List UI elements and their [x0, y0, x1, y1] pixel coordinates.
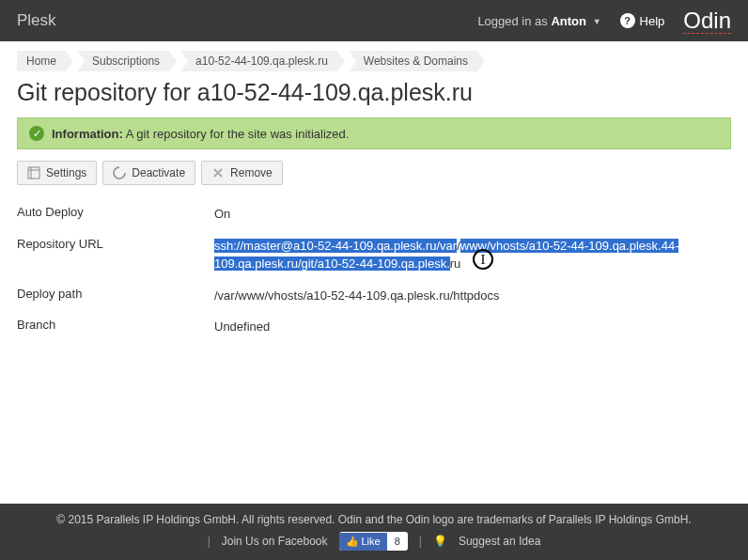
join-facebook-link[interactable]: Join Us on Facebook [222, 535, 328, 548]
help-link[interactable]: ? Help [620, 13, 665, 28]
footer-copyright: © 2015 Parallels IP Holdings GmbH. All r… [8, 513, 740, 526]
login-user: Anton [551, 14, 586, 28]
repo-url-selected-4: 109.qa.plesk.ru/git/a10-52-44-109.qa.ple… [214, 257, 450, 271]
branch-val: Undefined [214, 318, 731, 336]
like-count: 8 [387, 533, 408, 550]
like-label: Like [362, 536, 381, 547]
breadcrumb: Home Subscriptions a10-52-44-109.qa.ples… [0, 41, 748, 77]
crumb-home[interactable]: Home [17, 51, 66, 71]
branch-key: Branch [17, 318, 214, 332]
info-label: Information: [52, 127, 123, 141]
login-status[interactable]: Logged in as Anton ▼ [477, 14, 600, 28]
help-label: Help [640, 14, 665, 28]
thumb-icon: 👍 [346, 536, 359, 548]
repo-url-key: Repository URL [17, 237, 214, 251]
deploy-path-val: /var/www/vhosts/a10-52-44-109.qa.plesk.r… [214, 287, 731, 305]
suggest-idea-link[interactable]: Suggest an Idea [459, 535, 540, 548]
remove-label: Remove [230, 166, 273, 179]
footer: © 2015 Parallels IP Holdings GmbH. All r… [0, 504, 748, 560]
repo-url-val[interactable]: ssh://master@a10-52-44-109.qa.plesk.ru/v… [214, 237, 731, 273]
crumb-websites-domains[interactable]: Websites & Domains [349, 51, 477, 71]
info-message: A git repository for the site was initia… [123, 127, 350, 141]
crumb-domain[interactable]: a10-52-44-109.qa.plesk.ru [180, 51, 337, 71]
deactivate-icon [113, 166, 126, 179]
facebook-like-button[interactable]: 👍 Like [339, 533, 387, 551]
footer-sep-1: | [208, 535, 210, 548]
check-icon: ✓ [29, 126, 44, 141]
row-branch: Branch Undefined [17, 311, 731, 343]
footer-links: | Join Us on Facebook 👍 Like 8 | 💡 Sugge… [8, 532, 740, 551]
repo-url-selected-2: www/vhosts/a10-52-44-109.qa.plesk. [460, 239, 662, 253]
odin-logo: Odin [683, 8, 731, 34]
chevron-down-icon: ▼ [593, 17, 601, 26]
auto-deploy-val: On [214, 205, 731, 224]
row-repo-url: Repository URL ssh://master@a10-52-44-10… [17, 230, 731, 280]
remove-icon [211, 166, 225, 179]
deactivate-label: Deactivate [132, 166, 185, 179]
repo-url-selected-3: 44- [662, 239, 679, 253]
settings-label: Settings [46, 166, 86, 179]
repo-url-tail: ru [450, 257, 461, 271]
crumb-subscriptions[interactable]: Subscriptions [77, 51, 169, 71]
info-banner: ✓ Information: A git repository for the … [17, 117, 731, 149]
brand-plesk: Plesk [17, 11, 56, 30]
deactivate-button[interactable]: Deactivate [102, 161, 195, 185]
footer-sep-2: | [419, 535, 422, 548]
remove-button[interactable]: Remove [201, 161, 283, 185]
svg-rect-0 [28, 167, 39, 179]
row-deploy-path: Deploy path /var/www/vhosts/a10-52-44-10… [17, 280, 731, 312]
bulb-icon: 💡 [433, 535, 447, 548]
page-title: Git repository for a10-52-44-109.qa.ples… [0, 77, 748, 117]
row-auto-deploy: Auto Deploy On [17, 198, 731, 230]
settings-icon [27, 166, 40, 179]
top-bar: Plesk Logged in as Anton ▼ ? Help Odin [0, 0, 748, 41]
login-prefix: Logged in as [477, 14, 547, 28]
auto-deploy-key: Auto Deploy [17, 205, 214, 219]
details-table: Auto Deploy On Repository URL ssh://mast… [0, 198, 748, 343]
topbar-right: Logged in as Anton ▼ ? Help Odin [477, 8, 731, 34]
facebook-like-widget[interactable]: 👍 Like 8 [339, 532, 408, 551]
repo-url-selected-1: ssh://master@a10-52-44-109.qa.plesk.ru/v… [214, 239, 457, 253]
settings-button[interactable]: Settings [17, 161, 97, 185]
help-icon: ? [620, 13, 635, 28]
deploy-path-key: Deploy path [17, 287, 214, 301]
toolbar: Settings Deactivate Remove [0, 161, 748, 198]
